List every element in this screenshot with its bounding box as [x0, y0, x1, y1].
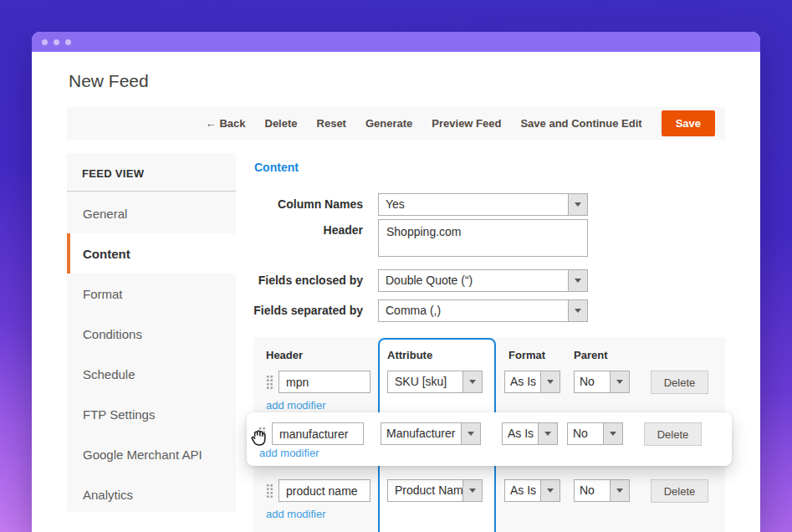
section-heading: Content — [254, 161, 299, 174]
row-header-input[interactable] — [272, 422, 364, 445]
fields-enclosed-by-select[interactable]: Double Quote (“) — [378, 269, 588, 292]
row-parent-value: No — [575, 371, 610, 392]
dropdown-arrow-icon[interactable] — [538, 423, 557, 444]
save-and-continue-button[interactable]: Save and Continue Edit — [520, 117, 641, 130]
dropdown-arrow-icon[interactable] — [610, 371, 629, 392]
sidebar-item-ftp-settings[interactable]: FTP Settings — [67, 394, 236, 434]
field-row-column-names: Column Names Yes — [239, 193, 588, 216]
drag-handle-icon[interactable] — [266, 375, 273, 390]
dropdown-arrow-icon[interactable] — [462, 480, 482, 501]
back-button[interactable]: ←Back — [205, 117, 245, 130]
row-attribute-value: SKU [sku] — [388, 371, 462, 392]
fields-separated-by-label: Fields separated by — [239, 299, 363, 322]
save-button[interactable]: Save — [662, 110, 715, 136]
sidebar-item-general[interactable]: General — [67, 193, 236, 233]
attribute-mapping-panel: Header Attribute Format Parent SKU [sku]… — [253, 337, 725, 532]
fields-separated-by-value: Comma (,) — [379, 300, 568, 321]
sidebar-item-google-merchant-api[interactable]: Google Merchant API — [67, 434, 236, 474]
header-label: Header — [239, 219, 363, 242]
column-header-attribute: Attribute — [387, 349, 432, 361]
dropdown-arrow-icon[interactable] — [540, 480, 560, 501]
column-header-format: Format — [508, 349, 545, 361]
back-button-label: Back — [219, 117, 245, 130]
fields-separated-by-select[interactable]: Comma (,) — [378, 299, 588, 322]
column-names-select[interactable]: Yes — [378, 193, 588, 216]
sidebar-item-analytics[interactable]: Analytics — [67, 474, 236, 514]
add-modifier-link[interactable]: add modifier — [266, 399, 326, 412]
row-attribute-select[interactable]: Manufacturer — [381, 422, 481, 445]
dropdown-arrow-icon[interactable] — [462, 371, 482, 392]
field-row-header: Header Shopping.com — [239, 219, 588, 257]
dropdown-arrow-icon[interactable] — [603, 423, 622, 444]
row-delete-button[interactable]: Delete — [644, 422, 702, 446]
generate-button[interactable]: Generate — [365, 117, 412, 130]
sidebar-item-schedule[interactable]: Schedule — [67, 354, 236, 394]
row-parent-select[interactable]: No — [567, 422, 623, 445]
dragged-row-card[interactable]: Manufacturer As Is No Delete add modifie… — [247, 412, 732, 466]
column-names-value: Yes — [379, 194, 568, 215]
fields-enclosed-by-label: Fields enclosed by — [239, 269, 363, 292]
dropdown-arrow-icon[interactable] — [568, 270, 587, 291]
column-names-label: Column Names — [239, 193, 363, 216]
row-header-input[interactable] — [278, 371, 370, 393]
row-parent-select[interactable]: No — [574, 479, 630, 502]
drag-handle-icon[interactable] — [266, 483, 273, 499]
row-format-value: As Is — [505, 371, 540, 392]
row-attribute-select[interactable]: Product Name — [387, 479, 483, 502]
column-header-header: Header — [266, 349, 303, 361]
row-format-value: As Is — [505, 480, 540, 501]
dropdown-arrow-icon[interactable] — [461, 423, 480, 444]
row-attribute-select[interactable]: SKU [sku] — [387, 371, 483, 393]
sidebar-item-format[interactable]: Format — [67, 274, 236, 314]
row-parent-value: No — [568, 423, 603, 444]
dropdown-arrow-icon[interactable] — [568, 300, 587, 321]
add-modifier-link[interactable]: add modifier — [266, 508, 326, 520]
row-format-select[interactable]: As Is — [504, 479, 560, 502]
delete-feed-button[interactable]: Delete — [265, 117, 298, 130]
reset-button[interactable]: Reset — [317, 117, 346, 130]
toolbar: ←Back Delete Reset Generate Preview Feed… — [67, 107, 725, 140]
preview-feed-button[interactable]: Preview Feed — [432, 117, 501, 130]
row-attribute-value: Product Name — [388, 480, 462, 501]
sidebar: FEED VIEW General Content Format Conditi… — [67, 153, 236, 512]
field-row-fields-enclosed-by: Fields enclosed by Double Quote (“) — [239, 269, 588, 292]
row-parent-value: No — [575, 480, 610, 501]
row-header-input[interactable] — [278, 479, 370, 502]
row-format-select[interactable]: As Is — [502, 422, 558, 445]
row-parent-select[interactable]: No — [574, 371, 630, 393]
row-delete-button[interactable]: Delete — [651, 479, 708, 503]
add-modifier-link[interactable]: add modifier — [259, 447, 319, 459]
window-titlebar — [32, 32, 760, 52]
header-textarea[interactable]: Shopping.com — [378, 219, 588, 257]
row-format-value: As Is — [503, 423, 538, 444]
dropdown-arrow-icon[interactable] — [610, 480, 629, 501]
sidebar-divider — [67, 191, 236, 192]
sidebar-item-content[interactable]: Content — [67, 233, 236, 274]
back-arrow-icon: ← — [205, 117, 216, 130]
window-dot-icon[interactable] — [54, 39, 59, 45]
app-window: New Feed ←Back Delete Reset Generate Pre… — [32, 32, 760, 532]
dropdown-arrow-icon[interactable] — [540, 371, 560, 392]
sidebar-item-conditions[interactable]: Conditions — [67, 314, 236, 354]
row-delete-button[interactable]: Delete — [651, 371, 708, 394]
window-dot-icon[interactable] — [42, 39, 48, 45]
fields-enclosed-by-value: Double Quote (“) — [379, 270, 568, 291]
sidebar-header: FEED VIEW — [67, 153, 236, 191]
page-title: New Feed — [69, 71, 149, 91]
window-dot-icon[interactable] — [65, 39, 71, 45]
dropdown-arrow-icon[interactable] — [568, 194, 587, 215]
column-header-parent: Parent — [574, 349, 607, 361]
row-attribute-value: Manufacturer — [381, 423, 461, 444]
field-row-fields-separated-by: Fields separated by Comma (,) — [239, 299, 588, 322]
grab-cursor-icon — [248, 425, 270, 448]
row-format-select[interactable]: As Is — [504, 371, 560, 393]
